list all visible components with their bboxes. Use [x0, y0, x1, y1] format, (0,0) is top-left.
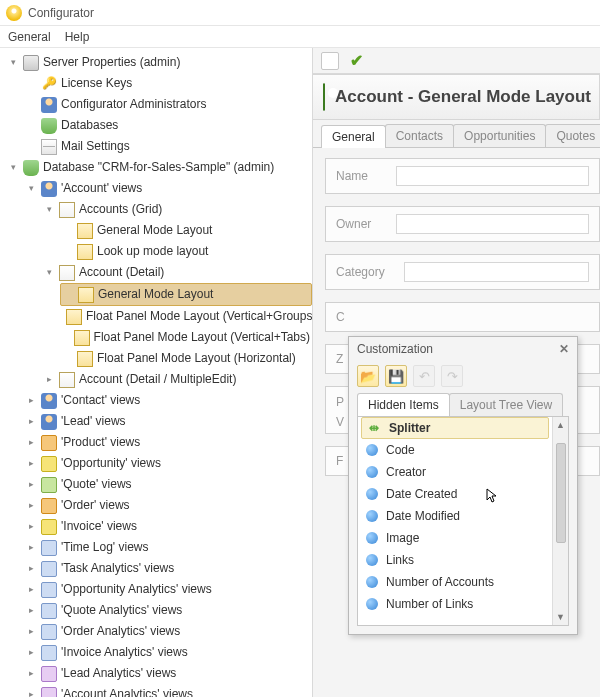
popup-tab-tree[interactable]: Layout Tree View	[449, 393, 564, 416]
tree-detail-float-h[interactable]: Float Panel Mode Layout (Horizontal)	[97, 348, 296, 369]
tree-invoice[interactable]: 'Invoice' views	[61, 516, 137, 537]
navigation-tree[interactable]: ▾ Server Properties (admin) 🔑License Key…	[2, 52, 312, 697]
field-c[interactable]: C	[325, 302, 600, 332]
popup-titlebar[interactable]: Customization ✕	[349, 337, 577, 361]
expand-icon[interactable]: ▾	[26, 183, 37, 194]
tree-order[interactable]: 'Order' views	[61, 495, 130, 516]
scroll-up-icon[interactable]: ▲	[553, 417, 568, 433]
tree-account-an[interactable]: 'Account Analytics' views	[61, 684, 193, 697]
field-name[interactable]: Name	[325, 158, 600, 194]
tree-quote[interactable]: 'Quote' views	[61, 474, 132, 495]
tree-account-views[interactable]: 'Account' views	[61, 178, 142, 199]
field-dot-icon	[366, 466, 378, 478]
expand-icon[interactable]: ▾	[8, 162, 19, 173]
tree-product[interactable]: 'Product' views	[61, 432, 140, 453]
scroll-thumb[interactable]	[556, 443, 566, 543]
hidden-item-num-accounts[interactable]: Number of Accounts	[358, 571, 552, 593]
tree-task-an[interactable]: 'Task Analytics' views	[61, 558, 174, 579]
expand-icon[interactable]: ▸	[26, 626, 37, 637]
field-dot-icon	[366, 444, 378, 456]
tree-quote-an[interactable]: 'Quote Analytics' views	[61, 600, 182, 621]
account-icon	[41, 181, 57, 197]
tree-grid-lookup[interactable]: Look up mode layout	[97, 241, 208, 262]
hidden-item-date-modified[interactable]: Date Modified	[358, 505, 552, 527]
tree-account-detail[interactable]: Account (Detail)	[79, 262, 164, 283]
tree-mail[interactable]: Mail Settings	[61, 136, 130, 157]
expand-icon[interactable]: ▸	[26, 668, 37, 679]
tree-license[interactable]: License Keys	[61, 73, 132, 94]
expand-icon[interactable]: ▸	[26, 416, 37, 427]
expand-icon[interactable]: ▸	[26, 458, 37, 469]
tree-detail-float-vt[interactable]: Float Panel Mode Layout (Vertical+Tabs)	[94, 327, 310, 348]
tree-db-root[interactable]: Database "CRM-for-Sales-Sample" (admin)	[43, 157, 274, 178]
popup-tab-hidden[interactable]: Hidden Items	[357, 393, 450, 416]
tab-quotes[interactable]: Quotes	[545, 124, 600, 147]
open-icon[interactable]: 📂	[357, 365, 379, 387]
expand-icon[interactable]: ▸	[26, 479, 37, 490]
scrollbar[interactable]: ▲ ▼	[552, 417, 568, 625]
input-category[interactable]	[404, 262, 589, 282]
expand-icon[interactable]: ▸	[44, 374, 55, 385]
tree-order-an[interactable]: 'Order Analytics' views	[61, 621, 180, 642]
apply-icon[interactable]: ✔	[347, 52, 365, 70]
expand-icon[interactable]: ▾	[44, 204, 55, 215]
expand-icon[interactable]: ▸	[26, 437, 37, 448]
tab-opportunities[interactable]: Opportunities	[453, 124, 546, 147]
tree-lead[interactable]: 'Lead' views	[61, 411, 126, 432]
expand-icon[interactable]: ▸	[26, 500, 37, 511]
hidden-item-image[interactable]: Image	[358, 527, 552, 549]
scroll-down-icon[interactable]: ▼	[553, 609, 568, 625]
document-icon[interactable]	[321, 52, 339, 70]
menu-help[interactable]: Help	[65, 30, 90, 44]
expand-icon[interactable]: ▸	[26, 542, 37, 553]
layout-icon	[77, 223, 93, 239]
tree-account-multi[interactable]: Account (Detail / MultipleEdit)	[79, 369, 236, 390]
close-icon[interactable]: ✕	[559, 342, 569, 356]
tree-opportunity[interactable]: 'Opportunity' views	[61, 453, 161, 474]
expand-icon[interactable]: ▸	[26, 605, 37, 616]
hidden-item-label: Number of Accounts	[386, 575, 494, 589]
save-icon[interactable]: 💾	[385, 365, 407, 387]
hidden-item-date-created[interactable]: Date Created	[358, 483, 552, 505]
tree-lead-an[interactable]: 'Lead Analytics' views	[61, 663, 176, 684]
hidden-item-splitter[interactable]: ⇹ Splitter	[361, 417, 549, 439]
expand-icon[interactable]: ▸	[26, 584, 37, 595]
tab-general[interactable]: General	[321, 125, 386, 148]
hidden-item-label: Number of Links	[386, 597, 473, 611]
expand-icon[interactable]: ▸	[26, 395, 37, 406]
hidden-item-creator[interactable]: Creator	[358, 461, 552, 483]
popup-title: Customization	[357, 342, 433, 356]
expand-icon[interactable]: ▸	[26, 521, 37, 532]
tree-server-root[interactable]: Server Properties (admin)	[43, 52, 180, 73]
menu-general[interactable]: General	[8, 30, 51, 44]
tree-databases[interactable]: Databases	[61, 115, 118, 136]
expand-icon[interactable]: ▾	[8, 57, 19, 68]
tree-opp-an[interactable]: 'Opportunity Analytics' views	[61, 579, 212, 600]
hidden-item-num-links[interactable]: Number of Links	[358, 593, 552, 615]
tree-admins[interactable]: Configurator Administrators	[61, 94, 206, 115]
tree-invoice-an[interactable]: 'Invoice Analytics' views	[61, 642, 188, 663]
tree-grid-general[interactable]: General Mode Layout	[97, 220, 212, 241]
label-c: C	[336, 310, 350, 324]
tree-accounts-grid[interactable]: Accounts (Grid)	[79, 199, 162, 220]
customization-popup[interactable]: Customization ✕ 📂 💾 ↶ ↷ Hidden Items Lay…	[348, 336, 578, 635]
input-name[interactable]	[396, 166, 589, 186]
expand-icon[interactable]: ▸	[26, 647, 37, 658]
tree-detail-float-vg[interactable]: Float Panel Mode Layout (Vertical+Groups…	[86, 306, 313, 327]
expand-icon[interactable]: ▸	[26, 563, 37, 574]
hidden-item-code[interactable]: Code	[358, 439, 552, 461]
tree-contact[interactable]: 'Contact' views	[61, 390, 140, 411]
hidden-item-links[interactable]: Links	[358, 549, 552, 571]
field-owner[interactable]: Owner	[325, 206, 600, 242]
editor-toolbar: ✔	[313, 48, 600, 74]
redo-icon[interactable]: ↷	[441, 365, 463, 387]
input-owner[interactable]	[396, 214, 589, 234]
undo-icon[interactable]: ↶	[413, 365, 435, 387]
expand-icon[interactable]: ▾	[44, 267, 55, 278]
hidden-item-label: Code	[386, 443, 415, 457]
tab-contacts[interactable]: Contacts	[385, 124, 454, 147]
expand-icon[interactable]: ▸	[26, 689, 37, 697]
tree-timelog[interactable]: 'Time Log' views	[61, 537, 149, 558]
tree-detail-general[interactable]: General Mode Layout	[98, 284, 213, 305]
field-category[interactable]: Category	[325, 254, 600, 290]
